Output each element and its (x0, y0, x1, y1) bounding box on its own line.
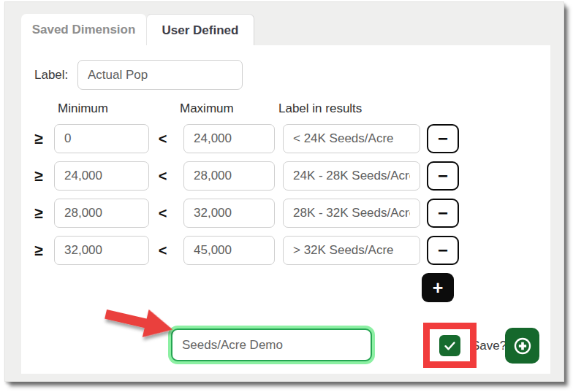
tab-saved-dimension[interactable]: Saved Dimension (21, 14, 146, 46)
row3-result-label-input[interactable] (283, 199, 420, 228)
column-header-maximum: Maximum (180, 101, 234, 116)
add-row-button[interactable]: + (422, 273, 454, 302)
label-caption: Label: (34, 68, 68, 82)
row1-remove-button[interactable]: − (427, 124, 459, 153)
red-arrow-annotation (102, 302, 181, 345)
plus-circle-icon (512, 336, 533, 356)
range-row: ≥ < − (21, 199, 459, 228)
user-defined-panel: Label: Minimum Maximum Label in results … (21, 45, 550, 374)
row4-result-label-input[interactable] (283, 236, 420, 265)
dimension-name-input[interactable] (171, 328, 372, 361)
tab-user-defined-label: User Defined (162, 23, 239, 38)
less-than-icon: < (154, 242, 171, 259)
row3-minimum-input[interactable] (54, 199, 149, 228)
column-header-minimum: Minimum (58, 101, 108, 116)
row4-minimum-input[interactable] (54, 236, 149, 265)
less-than-icon: < (154, 131, 171, 147)
save-dimension-button[interactable] (505, 328, 539, 364)
row1-maximum-input[interactable] (183, 124, 275, 153)
less-than-icon: < (154, 168, 171, 185)
row2-result-label-input[interactable] (283, 161, 420, 191)
row2-maximum-input[interactable] (183, 161, 275, 191)
row2-minimum-input[interactable] (54, 161, 149, 191)
greater-equal-icon: ≥ (30, 130, 48, 147)
row1-result-label-input[interactable] (283, 124, 420, 153)
greater-equal-icon: ≥ (30, 242, 48, 259)
row1-minimum-input[interactable] (54, 124, 149, 153)
range-row: ≥ < − (21, 236, 459, 265)
tab-saved-dimension-label: Saved Dimension (32, 23, 136, 37)
range-row: ≥ < − (21, 161, 459, 191)
column-header-label-in-results: Label in results (278, 101, 362, 116)
tab-user-defined[interactable]: User Defined (146, 14, 254, 46)
red-box-annotation (423, 323, 477, 368)
row4-remove-button[interactable]: − (427, 236, 459, 265)
range-rows: ≥ < − ≥ < − ≥ < − (21, 124, 459, 273)
greater-equal-icon: ≥ (30, 167, 48, 185)
save-caption: Save? (471, 339, 506, 353)
row3-remove-button[interactable]: − (427, 199, 459, 228)
less-than-icon: < (154, 205, 171, 222)
row2-remove-button[interactable]: − (427, 161, 459, 191)
row3-maximum-input[interactable] (183, 199, 275, 228)
screenshot-frame: Saved Dimension User Defined Label: Mini… (4, 1, 564, 382)
row4-maximum-input[interactable] (183, 236, 275, 265)
greater-equal-icon: ≥ (30, 204, 48, 222)
range-row: ≥ < − (21, 124, 459, 153)
dimension-label-input[interactable] (77, 60, 243, 90)
